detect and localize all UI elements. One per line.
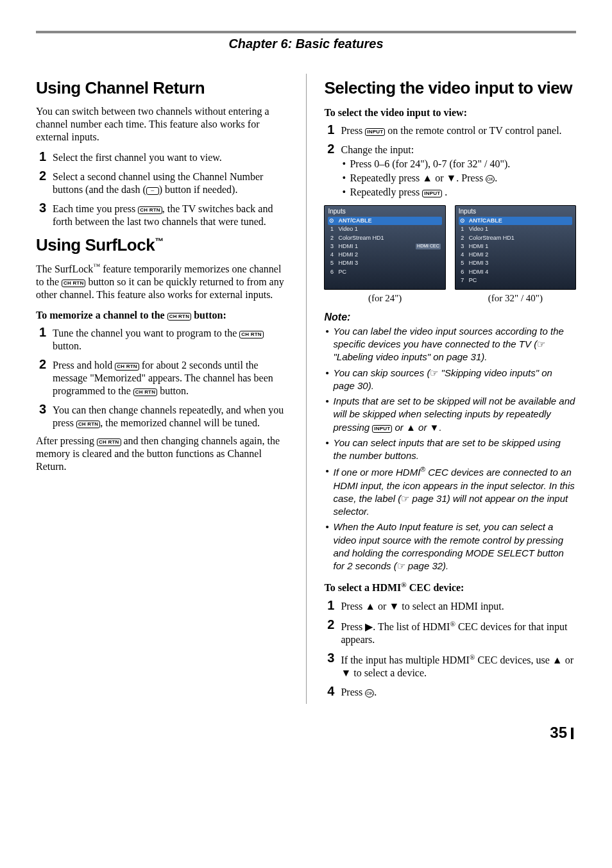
input-row: 4HDMI 2 — [459, 251, 572, 259]
input-row: 1Video 1 — [459, 225, 572, 233]
paragraph: After pressing CH RTN and then changing … — [36, 435, 288, 473]
input-index: 2 — [460, 235, 465, 242]
bullet-item: Repeatedly press ▲ or ▼. Press OK. — [341, 172, 576, 185]
down-arrow-icon: ▼ — [430, 422, 439, 433]
text-fragment: Press — [341, 601, 365, 612]
text-fragment: After pressing — [36, 435, 97, 446]
note-heading: Note: — [324, 311, 576, 324]
step-text: Tune the channel you want to program to … — [53, 326, 288, 353]
input-index: 6 — [329, 269, 334, 276]
input-row: ⊙ANT/CABLE — [328, 217, 441, 225]
step-number: 4 — [324, 685, 334, 697]
input-index: 1 — [329, 226, 334, 233]
input-label: HDMI 2 — [469, 251, 489, 258]
trademark-symbol: ™ — [155, 236, 164, 246]
page-tick-icon — [571, 728, 574, 739]
ok-button-icon: OK — [365, 689, 374, 697]
text-fragment: If one or more HDMI — [333, 467, 420, 478]
step-text: Each time you press CH RTN, the TV switc… — [53, 201, 288, 228]
step-text: Press INPUT on the remote control or TV … — [341, 123, 576, 137]
pointer-icon: ☞ — [401, 493, 409, 504]
input-row: 7PC — [459, 276, 572, 285]
step-number: 1 — [36, 326, 46, 338]
text-fragment: Inputs that are set to be skipped will n… — [333, 396, 575, 433]
text-fragment: The SurfLock — [36, 263, 93, 274]
text-fragment: Press — [341, 687, 365, 697]
step-text: Select the first channel you want to vie… — [53, 150, 288, 164]
input-row: 6HDMI 4 — [459, 268, 572, 276]
chrtn-button-icon: CH RTN — [115, 363, 139, 371]
up-arrow-icon: ▲ — [365, 601, 375, 612]
text-fragment: Press — [341, 621, 365, 632]
step-number: 1 — [36, 150, 46, 163]
note-item: You can skip sources (☞ "Skipping video … — [324, 367, 576, 393]
screen-title: Inputs — [328, 208, 441, 216]
text-fragment: . — [442, 187, 447, 197]
right-column: Selecting the video input to view To sel… — [324, 71, 576, 704]
text-fragment: Repeatedly press — [350, 172, 422, 183]
screen-captions: (for 24") (for 32" / 40") — [324, 292, 576, 305]
note-item: When the Auto Input feature is set, you … — [324, 521, 576, 572]
input-row: 2ColorStream HD1 — [459, 234, 572, 242]
dash-button-icon: – — [146, 187, 159, 195]
chrtn-button-icon: CH RTN — [133, 388, 157, 396]
input-screens: Inputs⊙ANT/CABLE1Video 12ColorStream HD1… — [324, 205, 576, 290]
input-row: 3HDMI 1HDMI CEC — [328, 242, 441, 251]
chrtn-button-icon: CH RTN — [138, 206, 162, 214]
text-fragment: or — [432, 172, 446, 183]
input-label: ANT/CABLE — [338, 217, 371, 224]
lead-in: To select a HDMI® CEC device: — [324, 580, 576, 594]
chrtn-button-icon: CH RTN — [239, 331, 263, 338]
lead-in: To select the video input to view: — [324, 106, 576, 119]
text-fragment: page 32). — [405, 560, 449, 571]
text-fragment: to select an HDMI input. — [399, 601, 504, 612]
input-row: 4HDMI 2 — [328, 251, 441, 259]
pointer-icon: ☞ — [537, 338, 545, 349]
input-label: Video 1 — [469, 226, 488, 233]
note-item: You can label the video input sources ac… — [324, 325, 576, 364]
antenna-icon: ⊙ — [460, 217, 465, 224]
antenna-icon: ⊙ — [329, 217, 334, 224]
note-item: Inputs that are set to be skipped will n… — [324, 395, 576, 434]
chrtn-button-icon: CH RTN — [76, 421, 100, 428]
text-fragment: or — [392, 422, 406, 433]
page-number: 35 — [36, 723, 576, 742]
text-fragment: button: — [191, 310, 226, 321]
text-fragment: . Press — [456, 172, 486, 183]
input-index: 4 — [329, 251, 334, 258]
heading-surflock: Using SurfLock™ — [36, 235, 288, 256]
text-fragment: or — [416, 422, 430, 433]
input-row: 3HDMI 1 — [459, 242, 572, 251]
text-fragment: "Labeling video inputs" on page 31). — [333, 351, 487, 362]
column-divider — [306, 74, 307, 704]
text-fragment: button. — [157, 385, 189, 396]
input-label: HDMI 4 — [469, 269, 489, 276]
text-fragment: ) button if needed). — [159, 184, 238, 195]
steps-select-input: 1 Press INPUT on the remote control or T… — [324, 123, 576, 200]
step-text: Press ▶. The list of HDMI® CEC devices f… — [341, 618, 576, 646]
input-label: ColorStream HD1 — [338, 235, 384, 242]
bullet-item: Repeatedly press INPUT . — [341, 186, 576, 199]
text-fragment: You can skip sources ( — [333, 367, 430, 378]
step-number: 3 — [36, 201, 46, 214]
down-arrow-icon: ▼ — [446, 172, 457, 183]
step-number: 2 — [324, 618, 334, 631]
bullet-item: Press 0–6 (for 24"), 0-7 (for 32" / 40")… — [341, 158, 576, 171]
text-fragment: or — [375, 601, 389, 612]
input-index: 4 — [460, 251, 465, 258]
text-fragment: CEC device: — [407, 583, 464, 594]
note-item: If one or more HDMI® CEC devices are con… — [324, 465, 576, 518]
step-number: 2 — [36, 358, 46, 371]
input-row: 1Video 1 — [328, 225, 441, 233]
text-fragment: , the memorized channel will be tuned. — [100, 417, 260, 428]
chrtn-button-icon: CH RTN — [97, 438, 121, 446]
input-menu-32-40: Inputs⊙ANT/CABLE1Video 12ColorStream HD1… — [455, 205, 576, 290]
text-fragment: Change the input: — [341, 144, 414, 155]
text-fragment: To memorize a channel to the — [36, 310, 167, 321]
input-label: HDMI 3 — [469, 260, 489, 267]
step-number: 3 — [36, 403, 46, 415]
step-number: 1 — [324, 123, 334, 136]
step-number: 1 — [324, 599, 334, 612]
pointer-icon: ☞ — [430, 367, 438, 378]
text-fragment: Using SurfLock — [36, 235, 155, 255]
